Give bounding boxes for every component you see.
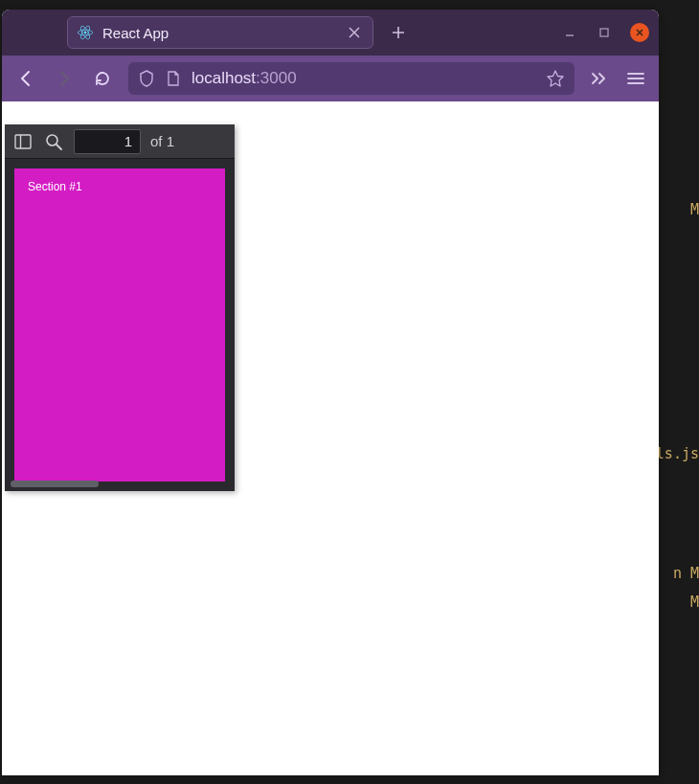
bg-code-hint: n M xyxy=(673,565,699,582)
tab-bar: React App xyxy=(2,10,659,56)
react-logo-icon xyxy=(78,25,93,40)
page-number-input[interactable] xyxy=(74,129,141,154)
window-controls xyxy=(561,23,649,42)
close-tab-icon[interactable] xyxy=(346,24,363,41)
pdf-section-title: Section #1 xyxy=(28,180,212,193)
minimize-button[interactable] xyxy=(561,24,578,41)
pdf-page: Section #1 xyxy=(14,168,225,482)
tab-title: React App xyxy=(102,25,336,41)
svg-line-8 xyxy=(56,145,61,149)
forward-button[interactable] xyxy=(52,66,77,91)
page-total-label: of 1 xyxy=(150,133,174,149)
reload-button[interactable] xyxy=(90,66,115,91)
new-tab-button[interactable] xyxy=(385,19,412,46)
back-button[interactable] xyxy=(13,66,38,91)
bg-code-hint: ls.js xyxy=(656,445,699,462)
search-icon[interactable] xyxy=(43,131,64,152)
browser-window: React App xyxy=(2,10,659,775)
browser-tab[interactable]: React App xyxy=(67,16,373,49)
svg-rect-5 xyxy=(15,135,31,148)
horizontal-scrollbar[interactable] xyxy=(11,481,99,487)
pdf-viewer: of 1 Section #1 xyxy=(5,124,235,491)
address-bar: localhost:3000 xyxy=(2,56,659,101)
page-icon xyxy=(165,70,182,87)
maximize-button[interactable] xyxy=(596,24,613,41)
svg-point-7 xyxy=(47,135,57,146)
hamburger-menu-icon[interactable] xyxy=(624,67,647,90)
bookmark-star-icon[interactable] xyxy=(546,69,565,88)
url-port: :3000 xyxy=(256,69,297,87)
url-bar[interactable]: localhost:3000 xyxy=(128,62,575,95)
pdf-toolbar: of 1 xyxy=(5,124,235,159)
svg-rect-4 xyxy=(600,29,608,36)
shield-icon xyxy=(138,70,155,87)
bg-code-hint: M xyxy=(690,201,699,218)
pdf-body[interactable]: Section #1 xyxy=(5,159,235,491)
url-text: localhost:3000 xyxy=(192,69,536,88)
page-content: of 1 Section #1 xyxy=(2,101,659,775)
sidebar-toggle-icon[interactable] xyxy=(12,131,34,152)
overflow-chevron-icon[interactable] xyxy=(588,67,611,90)
close-window-button[interactable] xyxy=(630,23,649,42)
url-host: localhost xyxy=(192,69,256,87)
svg-point-0 xyxy=(84,32,87,34)
bg-code-hint: M xyxy=(690,594,699,611)
